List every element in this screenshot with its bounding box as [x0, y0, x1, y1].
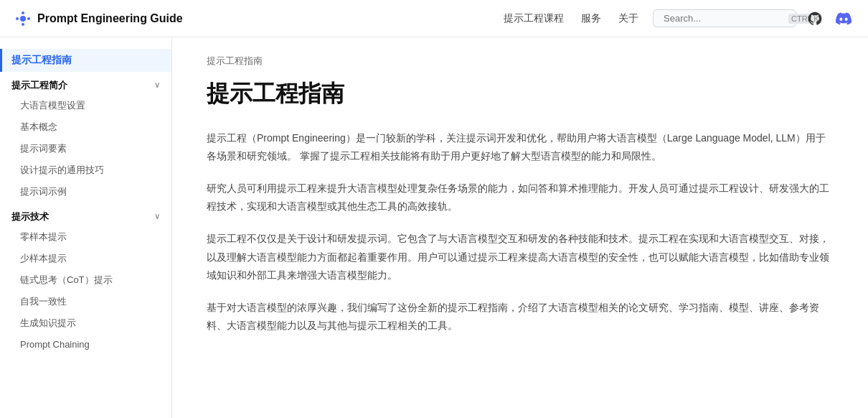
content-para-0: 提示工程（Prompt Engineering）是一门较新的学科，关注提示词开发…: [207, 129, 834, 165]
page-title: 提示工程指南: [207, 79, 834, 109]
sidebar-item-prompt-elements[interactable]: 提示词要素: [0, 138, 171, 159]
chevron-techniques-icon: ∨: [154, 212, 160, 221]
header-icons: [805, 9, 854, 29]
sidebar-item-llm-settings[interactable]: 大语言模型设置: [0, 95, 171, 116]
nav-links: 提示工程课程 服务 关于: [504, 12, 638, 25]
content-para-1: 研究人员可利用提示工程来提升大语言模型处理复杂任务场景的能力，如问答和算术推理能…: [207, 180, 834, 215]
header: Prompt Engineering Guide 提示工程课程 服务 关于 CT…: [0, 0, 868, 37]
sidebar-item-zero-shot[interactable]: 零样本提示: [0, 226, 171, 248]
github-icon: [807, 11, 823, 27]
sidebar-section-intro[interactable]: 提示工程简介 ∨: [0, 72, 171, 95]
svg-point-4: [27, 17, 30, 20]
content-para-2: 提示工程不仅仅是关于设计和研发提示词。它包含了与大语言模型交互和研发的各种技能和…: [207, 230, 834, 284]
sidebar-item-prompt-chaining[interactable]: Prompt Chaining: [0, 334, 171, 356]
chevron-intro-icon: ∨: [154, 80, 160, 90]
sidebar-item-guide[interactable]: 提示工程指南: [0, 49, 171, 72]
nav-course[interactable]: 提示工程课程: [504, 12, 564, 25]
logo-area: Prompt Engineering Guide: [14, 10, 183, 27]
logo-icon: [14, 10, 32, 27]
svg-point-2: [22, 23, 24, 26]
sidebar-item-self-consistency[interactable]: 自我一致性: [0, 291, 171, 312]
logo-text: Prompt Engineering Guide: [37, 12, 183, 25]
sidebar: 提示工程指南 提示工程简介 ∨ 大语言模型设置 基本概念 提示词要素 设计提示的…: [0, 37, 172, 418]
sidebar-item-cot[interactable]: 链式思考（CoT）提示: [0, 269, 171, 291]
search-box[interactable]: CTRL K: [653, 9, 796, 27]
svg-point-3: [16, 17, 19, 20]
search-input[interactable]: [664, 13, 784, 24]
sidebar-item-prompt-examples[interactable]: 提示词示例: [0, 181, 171, 203]
sidebar-item-few-shot[interactable]: 少样本提示: [0, 248, 171, 269]
main-layout: 提示工程指南 提示工程简介 ∨ 大语言模型设置 基本概念 提示词要素 设计提示的…: [0, 37, 868, 418]
discord-icon: [836, 11, 852, 27]
nav-about[interactable]: 关于: [618, 12, 638, 25]
svg-point-0: [20, 16, 26, 22]
discord-button[interactable]: [834, 9, 854, 29]
github-button[interactable]: [805, 9, 825, 29]
sidebar-item-generated-knowledge[interactable]: 生成知识提示: [0, 312, 171, 334]
svg-point-1: [22, 11, 24, 14]
content-para-3: 基于对大语言模型的浓厚兴趣，我们编写了这份全新的提示工程指南，介绍了大语言模型相…: [207, 299, 834, 335]
sidebar-section-techniques[interactable]: 提示技术 ∨: [0, 203, 171, 226]
sidebar-item-basic-concepts[interactable]: 基本概念: [0, 116, 171, 138]
sidebar-item-general-tips[interactable]: 设计提示的通用技巧: [0, 159, 171, 181]
nav-services[interactable]: 服务: [581, 12, 601, 25]
content-area: 提示工程指南 提示工程指南 提示工程（Prompt Engineering）是一…: [172, 37, 868, 418]
breadcrumb: 提示工程指南: [207, 55, 834, 68]
